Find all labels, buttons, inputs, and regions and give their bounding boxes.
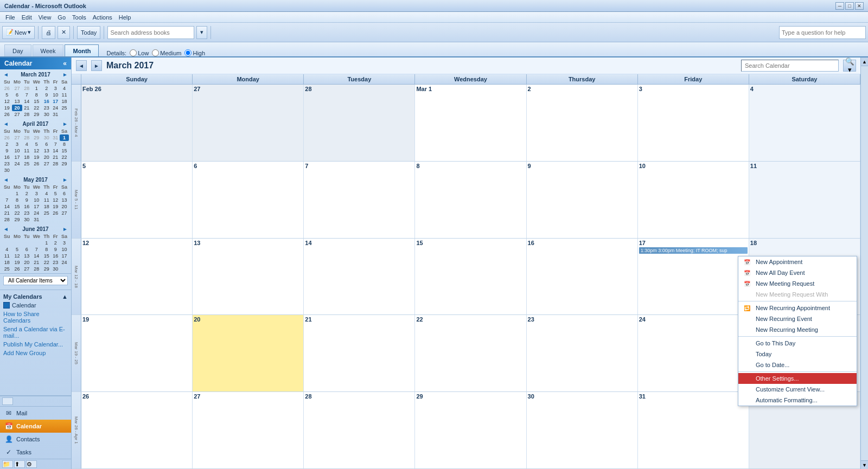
- minimize-button[interactable]: ─: [835, 2, 844, 10]
- march-next-btn[interactable]: ►: [61, 72, 69, 78]
- march-day-23[interactable]: 23: [42, 105, 51, 111]
- event-mar17-meeting[interactable]: 1:30pm 3:00pm Meeting; IT ROOM; sup: [639, 247, 748, 254]
- april-next-btn[interactable]: ►: [61, 121, 69, 127]
- march-day-29[interactable]: 29: [31, 111, 42, 118]
- april-prev-btn[interactable]: ◄: [2, 121, 10, 127]
- cell-mar10[interactable]: 10: [638, 162, 749, 238]
- menu-actions[interactable]: Actions: [90, 14, 116, 21]
- close-button[interactable]: ✕: [855, 2, 864, 10]
- march-day-3[interactable]: 3: [51, 85, 60, 92]
- nav-contacts[interactable]: 👤 Contacts: [0, 433, 71, 446]
- cell-mar17[interactable]: 17 1:30pm 3:00pm Meeting; IT ROOM; sup: [638, 239, 749, 315]
- march-day-26-prev[interactable]: 26: [2, 85, 12, 92]
- my-calendars-header[interactable]: My Calendars ▲: [3, 292, 68, 301]
- ctx-new-appointment[interactable]: 📅 New Appointment: [738, 256, 857, 267]
- scroll-up-btn[interactable]: ▲: [861, 57, 868, 66]
- nav-calendar[interactable]: 📅 Calendar: [0, 420, 71, 433]
- menu-edit[interactable]: Edit: [18, 14, 35, 21]
- search-go-button[interactable]: ▾: [196, 26, 207, 39]
- cell-mar12[interactable]: 12: [81, 239, 193, 315]
- cell-mar29[interactable]: 29: [415, 392, 526, 468]
- march-day-28-prev[interactable]: 28: [22, 85, 31, 92]
- tab-month[interactable]: Month: [65, 44, 99, 56]
- cell-mar31[interactable]: 31: [638, 392, 749, 468]
- cell-feb27[interactable]: 27: [193, 85, 304, 161]
- cell-mar21[interactable]: 21: [304, 315, 415, 391]
- cell-mar1[interactable]: Mar 1: [415, 85, 526, 161]
- detail-low-label[interactable]: Low: [130, 49, 149, 56]
- march-day-30[interactable]: 30: [42, 111, 51, 118]
- april-day-1-highlight[interactable]: 1: [60, 134, 69, 141]
- menu-help[interactable]: Help: [116, 14, 135, 21]
- restore-button[interactable]: □: [845, 2, 854, 10]
- tab-week[interactable]: Week: [33, 44, 64, 56]
- link-publish-calendar[interactable]: Publish My Calendar...: [3, 340, 68, 349]
- march-day-11[interactable]: 11: [60, 92, 69, 98]
- nav-mail[interactable]: ✉ Mail: [0, 407, 71, 420]
- march-day-19[interactable]: 19: [2, 105, 12, 111]
- cell-mar28[interactable]: 28: [304, 392, 415, 468]
- cell-mar5[interactable]: 5: [81, 162, 193, 238]
- june-prev-btn[interactable]: ◄: [2, 226, 10, 232]
- march-day-14[interactable]: 14: [22, 98, 31, 105]
- march-day-6[interactable]: 6: [12, 92, 23, 98]
- ctx-customize-view[interactable]: Customize Current View...: [738, 384, 857, 395]
- scrollbar-right[interactable]: ▲ ▼: [860, 57, 868, 469]
- march-day-18[interactable]: 18: [60, 98, 69, 105]
- may-prev-btn[interactable]: ◄: [2, 177, 10, 183]
- calendar-search-input[interactable]: [741, 60, 839, 72]
- march-day-9[interactable]: 9: [42, 92, 51, 98]
- nav-shortcut-btn[interactable]: ⬆: [14, 460, 25, 468]
- march-day-4[interactable]: 4: [60, 85, 69, 92]
- cell-feb28[interactable]: 28: [304, 85, 415, 161]
- march-day-5[interactable]: 5: [2, 92, 12, 98]
- march-prev-btn[interactable]: ◄: [2, 72, 10, 78]
- nav-config-btn[interactable]: ⚙: [26, 460, 37, 468]
- march-day-27-prev[interactable]: 27: [12, 85, 23, 92]
- march-day-26[interactable]: 26: [2, 111, 12, 118]
- sidebar-collapse-icon[interactable]: «: [63, 60, 67, 67]
- menu-tools[interactable]: Tools: [69, 14, 90, 21]
- june-next-btn[interactable]: ►: [61, 226, 69, 232]
- cell-mar30[interactable]: 30: [527, 392, 638, 468]
- ctx-go-to-this-day[interactable]: Go to This Day: [738, 338, 857, 349]
- march-day-10[interactable]: 10: [51, 92, 60, 98]
- cell-mar26[interactable]: 26: [81, 392, 193, 468]
- detail-medium-label[interactable]: Medium: [152, 49, 181, 56]
- detail-low-radio[interactable]: [130, 49, 137, 56]
- menu-go[interactable]: Go: [54, 14, 69, 21]
- help-search[interactable]: [779, 26, 866, 39]
- ctx-today[interactable]: Today: [738, 349, 857, 359]
- cell-feb26[interactable]: Feb 26: [81, 85, 193, 161]
- march-day-12[interactable]: 12: [2, 98, 12, 105]
- ctx-automatic-formatting[interactable]: Automatic Formatting...: [738, 395, 857, 406]
- link-send-calendar[interactable]: Send a Calendar via E-mail...: [3, 325, 68, 340]
- nav-expand-btn[interactable]: [2, 397, 13, 405]
- next-month-button[interactable]: ►: [91, 60, 102, 71]
- cell-mar7[interactable]: 7: [304, 162, 415, 238]
- march-day-21[interactable]: 21: [22, 105, 31, 111]
- prev-month-button[interactable]: ◄: [76, 60, 87, 71]
- cell-mar27[interactable]: 27: [193, 392, 304, 468]
- calendar-filter-dropdown[interactable]: All Calendar Items: [3, 276, 68, 285]
- march-day-7[interactable]: 7: [22, 92, 31, 98]
- cell-mar8[interactable]: 8: [415, 162, 526, 238]
- may-next-btn[interactable]: ►: [61, 177, 69, 183]
- delete-button[interactable]: ✕: [58, 26, 70, 39]
- cell-mar16[interactable]: 16: [527, 239, 638, 315]
- scroll-down-btn[interactable]: ▼: [861, 460, 868, 469]
- link-share-calendars[interactable]: How to Share Calendars: [3, 310, 68, 325]
- cell-mar14[interactable]: 14: [304, 239, 415, 315]
- cell-mar24[interactable]: 24: [638, 315, 749, 391]
- nav-folder-btn[interactable]: 📁: [2, 460, 13, 468]
- march-day-25[interactable]: 25: [60, 105, 69, 111]
- ctx-other-settings[interactable]: Other Settings...: [738, 373, 857, 384]
- print-button[interactable]: 🖨: [42, 26, 55, 39]
- cell-mar15[interactable]: 15: [415, 239, 526, 315]
- menu-view[interactable]: View: [35, 14, 55, 21]
- ctx-new-all-day-event[interactable]: 📅 New All Day Event: [738, 267, 857, 278]
- nav-tasks[interactable]: ✓ Tasks: [0, 446, 71, 459]
- march-day-24[interactable]: 24: [51, 105, 60, 111]
- detail-high-radio[interactable]: [184, 49, 192, 56]
- march-day-1[interactable]: 1: [31, 85, 42, 92]
